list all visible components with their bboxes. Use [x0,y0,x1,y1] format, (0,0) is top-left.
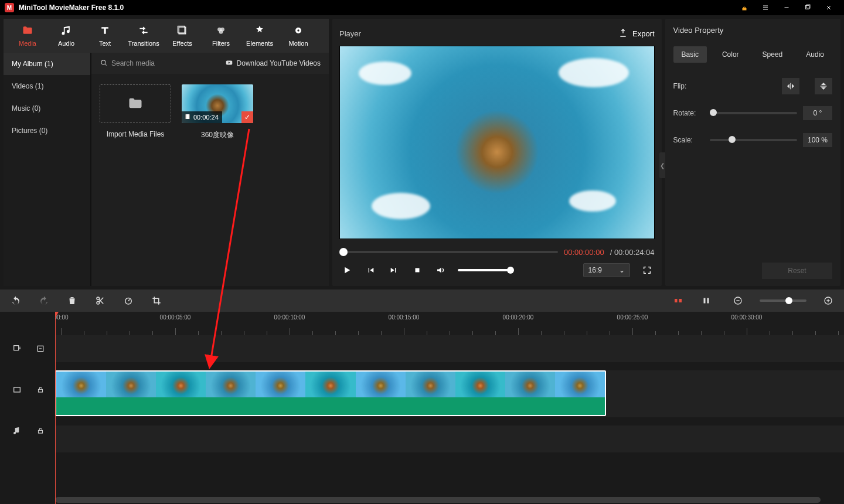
close-button[interactable] [818,0,839,15]
ruler-label: 00:00 [55,314,69,321]
ruler-label: 00:00:10:00 [274,314,305,321]
zoom-slider[interactable] [760,299,806,302]
scale-slider[interactable] [710,139,797,141]
timeline-clip[interactable]: 360度映像 [55,370,606,416]
play-button[interactable] [341,264,353,277]
svg-rect-29 [14,346,19,350]
prop-tab-speed[interactable]: Speed [754,46,791,63]
svg-rect-15 [790,83,791,90]
album-sidebar: My Album (1) Videos (1) Music (0) Pictur… [4,53,91,286]
timeline-mode-b[interactable] [700,294,713,307]
flip-label: Flip: [673,82,704,90]
volume-slider[interactable] [458,269,511,271]
rotate-value[interactable]: 0 ° [803,106,832,120]
upgrade-icon[interactable] [734,0,755,15]
timeline-mode-a[interactable] [672,294,685,307]
svg-rect-12 [185,114,186,119]
playhead[interactable] [55,312,56,504]
svg-rect-28 [828,299,828,302]
prev-button[interactable] [364,264,377,277]
svg-rect-14 [416,268,420,273]
zoom-out-button[interactable] [731,294,744,307]
prop-tab-color[interactable]: Color [714,46,747,63]
app-title: MiniTool MovieMaker Free 8.1.0 [19,4,124,12]
timeline-ruler[interactable]: 00:0000:00:05:0000:00:10:0000:00:15:0000… [55,312,844,335]
player-view[interactable] [339,46,655,239]
maximize-button[interactable] [797,0,818,15]
svg-point-6 [219,30,223,34]
next-button[interactable] [387,264,400,277]
undo-button[interactable] [9,294,22,307]
search-icon [100,59,108,69]
tab-text[interactable]: Text [86,19,124,53]
flip-horizontal-button[interactable] [782,78,799,94]
tab-effects[interactable]: Effects [163,19,202,53]
download-youtube-link[interactable]: Download YouTube Videos [225,59,321,69]
tab-motion[interactable]: Motion [279,19,318,53]
speed-button[interactable] [122,294,135,307]
minimize-button[interactable] [776,0,797,15]
fullscreen-button[interactable] [641,264,654,277]
folder-icon [22,25,33,36]
delete-button[interactable] [66,294,79,307]
album-item-music[interactable]: Music (0) [4,97,90,120]
rotate-label: Rotate: [673,109,704,117]
search-input[interactable]: Search media [100,59,155,69]
effects-icon [176,25,188,36]
tab-elements[interactable]: Elements [240,19,279,53]
media-clip[interactable]: 00:00:24 ✓ 360度映像 [182,84,253,140]
seek-slider[interactable] [339,251,558,253]
reset-button[interactable]: Reset [762,263,832,279]
album-item-myalbum[interactable]: My Album (1) [4,53,90,75]
tab-transitions[interactable]: Transitions [124,19,163,53]
svg-rect-20 [675,299,678,302]
crop-button[interactable] [150,294,163,307]
track-add-icon[interactable] [12,343,22,354]
player-title: Player [339,29,361,38]
tab-filters[interactable]: Filters [202,19,240,53]
album-item-pictures[interactable]: Pictures (0) [4,120,90,142]
property-title: Video Property [673,26,832,35]
search-placeholder: Search media [111,59,155,67]
time-current: 00:00:00:00 [564,248,604,257]
video-lock-icon[interactable] [35,384,46,395]
tab-audio[interactable]: Audio [47,19,86,53]
svg-rect-0 [806,6,809,9]
chevron-down-icon: ⌄ [619,266,625,274]
svg-point-9 [101,60,106,64]
audio-lock-icon[interactable] [35,425,46,436]
filters-icon [215,25,227,36]
prop-tab-basic[interactable]: Basic [673,46,707,63]
check-icon: ✓ [241,111,253,123]
svg-rect-32 [39,389,43,392]
svg-rect-25 [736,300,739,301]
ruler-label: 00:00:30:00 [731,314,763,321]
aspect-select[interactable]: 16:9 ⌄ [583,263,630,277]
tab-media[interactable]: Media [8,19,47,53]
scale-value[interactable]: 100 % [803,133,832,147]
svg-rect-16 [821,86,827,86]
film-icon [184,113,191,121]
album-item-videos[interactable]: Videos (1) [4,75,90,97]
ruler-label: 00:00:20:00 [503,314,534,321]
ruler-label: 00:00:05:00 [160,314,191,321]
import-label: Import Media Files [107,130,165,138]
track-collapse-icon[interactable] [35,343,46,354]
flip-vertical-button[interactable] [815,78,832,94]
zoom-in-button[interactable] [822,294,835,307]
import-media-button[interactable]: Import Media Files [100,84,171,138]
export-button[interactable]: Export [618,28,655,39]
svg-rect-13 [189,114,190,119]
collapse-handle[interactable]: ❮ [659,152,665,178]
timeline-scrollbar[interactable] [55,496,844,504]
volume-icon[interactable] [434,264,447,277]
menu-icon[interactable] [755,0,776,15]
rotate-slider[interactable] [710,112,797,114]
split-button[interactable] [94,294,107,307]
svg-rect-23 [707,298,709,304]
stop-button[interactable] [411,264,424,277]
redo-button[interactable] [38,294,50,307]
svg-rect-22 [704,298,706,304]
prop-tab-audio[interactable]: Audio [798,46,832,63]
svg-rect-33 [39,430,43,433]
